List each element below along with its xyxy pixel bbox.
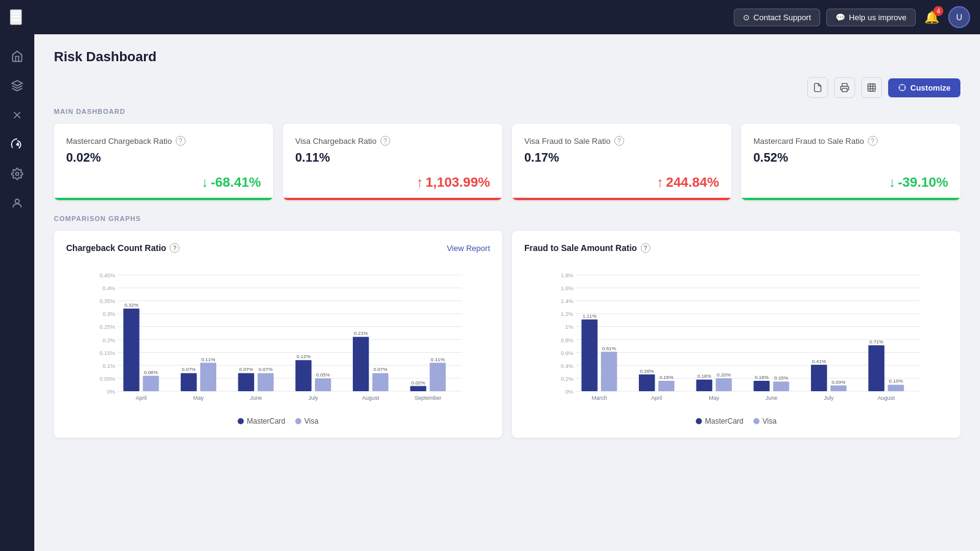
fraud-help-icon[interactable]: ? [641,243,650,253]
chargeback-chart-card: Chargeback Count Ratio ? View Report 0.4… [54,231,502,438]
sidebar-item-home[interactable] [5,44,29,69]
svg-text:0.02%: 0.02% [411,380,425,386]
svg-text:0%: 0% [565,389,573,395]
svg-text:0.2%: 0.2% [560,376,573,382]
kpi-card-0: Mastercard Chargeback Ratio ? 0.02% ↓ -6… [54,124,273,200]
fraud-visa-legend-dot [753,418,760,424]
sidebar-item-profile[interactable] [5,191,29,216]
table-view-button[interactable] [861,77,882,98]
kpi-help-0[interactable]: ? [176,136,186,146]
fraud-chart: 1.8%1.6%1.4%1.2%1%0.8%0.6%0.4%0.2%0%1.11… [524,263,948,412]
svg-text:0.18%: 0.18% [697,373,711,379]
notification-badge: 4 [933,6,943,16]
kpi-card-1: Visa Chargeback Ratio ? 0.11% ↑ 1,103.99… [283,124,502,200]
svg-text:0.16%: 0.16% [660,375,674,380]
kpi-value-3: 0.52% [753,151,948,165]
svg-rect-94 [716,378,732,391]
chargeback-help-icon[interactable]: ? [170,243,179,253]
svg-text:0.35%: 0.35% [99,298,115,304]
export-pdf-button[interactable] [807,77,828,98]
svg-rect-34 [143,376,159,391]
sidebar [0,34,34,551]
fraud-legend-mc: MasterCard [696,417,744,425]
kpi-card-header-3: Mastercard Fraud to Sale Ratio ? [753,136,948,146]
svg-text:0.21%: 0.21% [354,331,368,336]
notifications-button[interactable]: 🔔 4 [922,7,942,27]
hamburger-menu[interactable]: ☰ [10,9,22,25]
kpi-card-header-1: Visa Chargeback Ratio ? [295,136,490,146]
topbar-right: ⊙ Contact Support 💬 Help us improve 🔔 4 … [734,6,970,28]
svg-text:March: March [592,395,607,401]
svg-rect-107 [869,345,884,391]
kpi-card-header-0: Mastercard Chargeback Ratio ? [66,136,261,146]
svg-text:0.41%: 0.41% [812,359,826,364]
kpi-change-value-0: -68.41% [211,174,261,190]
kpi-change-3: ↓ -39.10% [753,174,948,200]
topbar: ☰ ⊙ Contact Support 💬 Help us improve 🔔 … [0,0,980,34]
avatar[interactable]: U [948,6,970,28]
fraud-chart-card: Fraud to Sale Amount Ratio ? 1.8%1.6%1.4… [512,231,960,438]
sidebar-item-fingerprint[interactable] [5,132,29,157]
svg-text:August: August [362,395,380,401]
kpi-arrow-1: ↑ [417,174,423,190]
svg-text:April: April [651,395,662,401]
main-content: Risk Dashboard Customize MAIN DASHBOARD … [34,34,980,551]
svg-text:0.10%: 0.10% [889,378,903,384]
print-button[interactable] [834,77,855,98]
chargeback-legend-mc: MasterCard [238,417,285,425]
chargeback-chart-header: Chargeback Count Ratio ? View Report [66,243,490,253]
svg-text:0.8%: 0.8% [560,337,573,343]
fraud-mc-legend-dot [696,418,702,424]
kpi-help-3[interactable]: ? [868,136,878,146]
svg-rect-44 [258,373,274,391]
svg-rect-32 [123,309,139,391]
kpi-change-value-1: 1,103.99% [426,174,490,190]
svg-text:0.6%: 0.6% [560,350,573,356]
kpi-change-value-3: -39.10% [898,174,948,190]
kpi-help-2[interactable]: ? [614,136,624,146]
help-icon: 💬 [835,13,845,22]
svg-rect-52 [353,337,369,391]
svg-text:July: July [308,395,318,401]
svg-point-3 [17,144,18,145]
svg-text:0.07%: 0.07% [258,367,273,372]
fraud-chart-header: Fraud to Sale Amount Ratio ? [524,243,948,253]
kpi-arrow-2: ↑ [657,174,663,190]
kpi-title-0: Mastercard Chargeback Ratio [66,137,172,146]
charts-grid: Chargeback Count Ratio ? View Report 0.4… [54,231,960,438]
svg-text:0.12%: 0.12% [296,354,311,359]
svg-text:1.8%: 1.8% [560,272,573,279]
svg-text:0.15%: 0.15% [774,375,788,381]
chart-svg: 1.8%1.6%1.4%1.2%1%0.8%0.6%0.4%0.2%0%1.11… [524,263,948,410]
chargeback-chart-legend: MasterCard Visa [66,417,490,425]
svg-rect-104 [831,386,846,392]
svg-rect-87 [639,375,655,391]
svg-text:July: July [824,395,834,401]
chargeback-legend-visa: Visa [295,417,318,425]
kpi-arrow-0: ↓ [202,174,208,190]
help-improve-label: Help us improve [849,13,907,22]
svg-text:0.3%: 0.3% [102,311,115,317]
main-dashboard-section-label: MAIN DASHBOARD [54,108,960,115]
fraud-chart-legend: MasterCard Visa [524,417,948,425]
svg-text:0.71%: 0.71% [869,339,883,345]
sidebar-item-layers[interactable] [5,73,29,98]
sidebar-item-cross[interactable] [5,103,29,127]
kpi-title-3: Mastercard Fraud to Sale Ratio [753,137,864,146]
svg-rect-7 [868,84,875,91]
svg-text:June: June [766,395,778,401]
svg-rect-49 [315,378,331,391]
svg-rect-59 [430,363,446,391]
contact-support-button[interactable]: ⊙ Contact Support [734,9,820,26]
svg-text:August: August [878,395,895,401]
sidebar-item-settings[interactable] [5,162,29,186]
svg-rect-6 [842,88,847,91]
contact-support-label: Contact Support [753,13,811,22]
customize-button[interactable]: Customize [888,78,960,97]
kpi-help-1[interactable]: ? [380,136,390,146]
svg-text:May: May [194,395,205,401]
svg-rect-102 [811,365,827,391]
help-improve-button[interactable]: 💬 Help us improve [826,9,916,26]
kpi-title-2: Visa Fraud to Sale Ratio [524,137,611,146]
chargeback-view-report-link[interactable]: View Report [447,244,490,253]
